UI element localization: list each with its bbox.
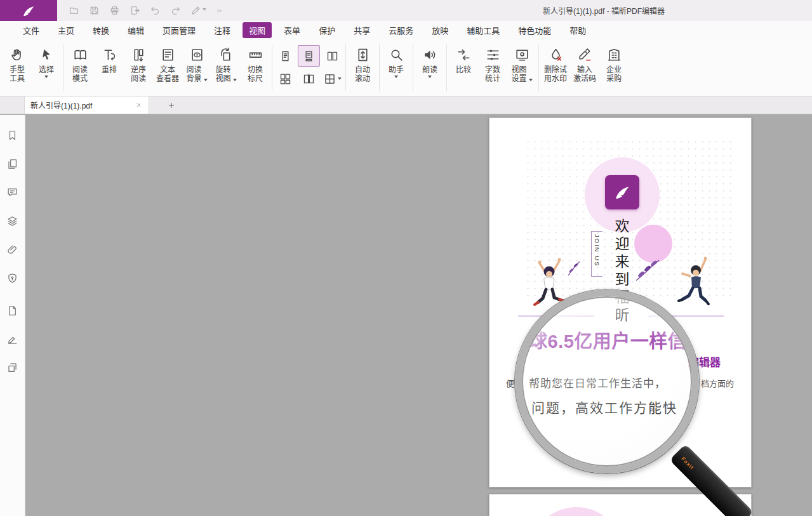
assistant-button[interactable]: 助手 (382, 39, 411, 79)
read-aloud-button[interactable]: 朗读 (415, 39, 444, 79)
rotate-view-button[interactable]: 旋转 视图 (211, 39, 241, 84)
read-mode-button[interactable]: 阅读 模式 (65, 39, 95, 84)
read-mode-icon (72, 47, 88, 63)
text-viewer-button[interactable]: 文本 查看器 (153, 39, 182, 84)
split-view-button[interactable] (321, 68, 343, 89)
document-canvas[interactable]: JOIN US 欢迎来到福昕 (25, 115, 812, 516)
rotate-view-icon (218, 47, 234, 63)
title-bar: 新人引导(1)(1).pdf - 福昕PDF编辑器 (0, 0, 812, 21)
menu-tab-form[interactable]: 表单 (277, 22, 307, 38)
customize-quick-access-icon[interactable] (216, 6, 225, 15)
menu-tab-page-management[interactable]: 页面管理 (156, 22, 202, 38)
remove-watermark-icon (548, 47, 564, 63)
page-heading-fragment: 球6.5亿用户一样信 (529, 326, 686, 353)
single-page-icon (279, 50, 292, 63)
menu-tab-view[interactable]: 视图 (243, 22, 272, 38)
remove-watermark-button[interactable]: 删除试 用水印 (541, 39, 570, 84)
body-text-left-fragment: 便 (506, 377, 514, 389)
toggle-ruler-button[interactable]: 切换 标尺 (241, 39, 270, 84)
print-icon[interactable] (109, 5, 120, 16)
view-settings-button[interactable]: 视图 设置 (507, 39, 536, 84)
sidebar-item-bookmarks[interactable] (0, 129, 25, 142)
word-count-icon (485, 47, 501, 63)
menu-tab-present[interactable]: 放映 (425, 22, 455, 38)
jumping-person-right-illustration (674, 255, 715, 318)
menu-tab-special-features[interactable]: 特色功能 (512, 22, 557, 38)
split-view-icon (323, 72, 336, 86)
menu-tab-file[interactable]: 文件 (17, 22, 46, 38)
select-tool-button[interactable]: 选择 (32, 39, 61, 79)
reflow-button[interactable]: 重排 (95, 39, 124, 76)
dropdown-caret-icon (233, 79, 237, 81)
body-text-right-fragment: 档方面的 (701, 377, 734, 389)
sidebar-item-destinations[interactable] (0, 305, 25, 317)
join-us-label: JOIN US (591, 231, 602, 277)
app-logo (0, 0, 57, 21)
activation-code-button[interactable]: 输入 激活码 (570, 39, 599, 84)
menu-tab-accessibility[interactable]: 辅助工具 (460, 22, 506, 38)
sidebar-item-layers[interactable] (0, 215, 25, 227)
compare-icon (456, 47, 472, 63)
body-text-line2-fragment: 问题，高效工作方能快 (531, 397, 677, 416)
ribbon-group-reading: 阅读 模式 重排 逆序 阅读 文本 查看器 阅读 背景 旋转 视图 切换 标尺 (65, 39, 270, 96)
continuous-facing-layout-button[interactable] (274, 68, 296, 89)
hand-tool-button[interactable]: 手型 工具 (3, 39, 32, 84)
enterprise-purchase-label: 企业 采购 (606, 65, 622, 83)
remove-watermark-label: 删除试 用水印 (544, 65, 567, 83)
facing-pages-layout-button[interactable] (321, 45, 343, 67)
magnifier-brand-label: Foxit (675, 451, 695, 471)
select-cursor-icon (39, 47, 55, 63)
auto-scroll-label: 自动 滚动 (355, 65, 370, 83)
pages-icon (6, 158, 18, 170)
menu-tab-share[interactable]: 共享 (347, 22, 376, 38)
new-tab-button[interactable] (166, 100, 176, 110)
sidebar-item-signatures[interactable] (0, 333, 25, 345)
text-viewer-icon (160, 47, 176, 63)
sidebar-item-security[interactable] (0, 272, 25, 284)
sidebar-item-comments[interactable] (0, 187, 25, 199)
ribbon-group-autoscroll: 自动 滚动 (348, 39, 377, 96)
close-tab-button[interactable] (134, 101, 143, 110)
quick-access-toolbar (69, 5, 225, 16)
redo-icon[interactable] (170, 5, 181, 16)
dropdown-caret-icon (44, 76, 48, 78)
menu-tab-edit[interactable]: 编辑 (121, 22, 150, 38)
activation-code-label: 输入 激活码 (573, 65, 596, 83)
menu-tab-protect[interactable]: 保护 (312, 22, 342, 38)
menu-tab-help[interactable]: 帮助 (563, 22, 592, 38)
ground-line-left (518, 315, 594, 317)
ribbon-toolbar: 手型 工具 选择 阅读 模式 重排 逆序 阅读 文本 查看器 阅读 背景 (0, 39, 812, 96)
export-icon[interactable] (130, 5, 140, 16)
document-tab-label: 新人引导(1)(1).pdf (30, 100, 92, 110)
quick-pen-tool-button[interactable] (190, 5, 206, 16)
save-icon[interactable] (89, 5, 100, 16)
paperclip-icon (6, 244, 18, 256)
sidebar-item-snapshots[interactable] (0, 362, 25, 374)
ribbon-group-page-layout (274, 39, 343, 96)
open-folder-icon[interactable] (69, 5, 79, 16)
assistant-label: 助手 (389, 65, 404, 74)
menu-tab-convert[interactable]: 转换 (86, 22, 116, 38)
auto-scroll-button[interactable]: 自动 滚动 (348, 39, 377, 84)
duplicate-icon (6, 362, 18, 374)
page-layout-grid (274, 39, 343, 89)
menu-tab-cloud[interactable]: 云服务 (382, 22, 420, 38)
menu-tab-comment[interactable]: 注释 (208, 22, 237, 38)
continuous-page-layout-button[interactable] (298, 45, 320, 67)
undo-icon[interactable] (150, 5, 161, 16)
enterprise-purchase-button[interactable]: 企业 采购 (599, 39, 629, 84)
close-icon (136, 102, 142, 108)
compare-button[interactable]: 比较 (449, 39, 478, 76)
separate-pages-layout-button[interactable] (298, 68, 320, 89)
select-tool-label: 选择 (39, 65, 54, 74)
read-background-button[interactable]: 阅读 背景 (182, 39, 211, 84)
reverse-reading-button[interactable]: 逆序 阅读 (124, 39, 153, 84)
sidebar-item-attachments[interactable] (0, 244, 25, 256)
single-page-layout-button[interactable] (274, 45, 296, 67)
word-count-button[interactable]: 字数 统计 (478, 39, 507, 84)
document-icon (6, 305, 18, 317)
menu-tab-home[interactable]: 主页 (51, 22, 81, 38)
document-tab[interactable]: 新人引导(1)(1).pdf (24, 96, 149, 114)
sidebar-item-pages[interactable] (0, 158, 25, 170)
pen-tool-icon (190, 5, 201, 16)
